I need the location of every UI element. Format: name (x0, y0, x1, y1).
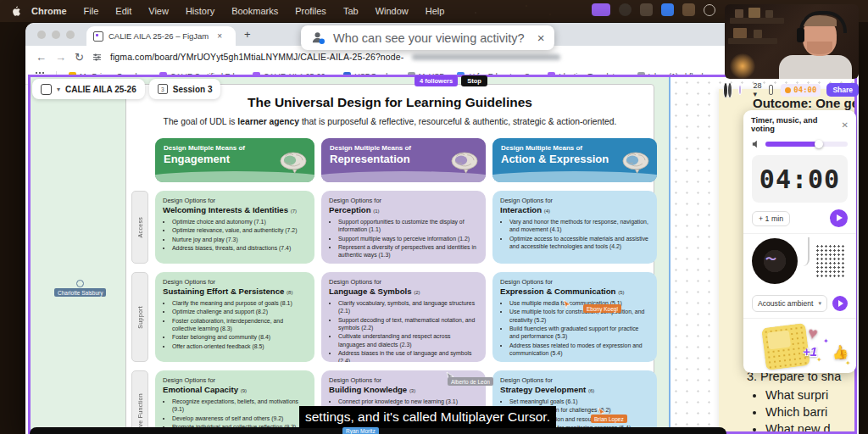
avatar[interactable] (727, 82, 732, 98)
close-notification-icon[interactable]: × (537, 31, 545, 45)
apple-menu-icon[interactable] (12, 6, 21, 17)
card-title: Expression & Communication (5) (500, 287, 649, 296)
card-bullet: Optimize access to accessible materials … (509, 235, 649, 251)
card-bullet: Address biases related to modes of expre… (509, 342, 649, 358)
menu-item[interactable]: Chrome (23, 6, 75, 16)
tonearm-icon (799, 237, 810, 266)
timer-play-button[interactable] (830, 209, 848, 227)
stop-following-button[interactable]: Stop (461, 75, 487, 86)
forward-icon[interactable]: → (55, 51, 66, 64)
menu-item[interactable]: Help (417, 6, 453, 16)
poster-row: SupportDesign Options forSustaining Effo… (126, 272, 654, 362)
url-text[interactable]: figma.com/board/YMrUOYyt5gh1MtiaLNYMMJ/C… (110, 52, 403, 62)
card-bullet: Use multiple media for communication (5.… (509, 299, 649, 307)
speaker-icon (752, 140, 760, 148)
site-settings-icon[interactable] (92, 53, 102, 62)
person-body (779, 55, 852, 79)
card-bullet: Foster collaboration, interdependence, a… (172, 317, 307, 333)
window-controls[interactable] (37, 31, 75, 39)
card-eyebrow: Design Options for (163, 197, 307, 204)
participant-count[interactable]: 28 ▾ (753, 81, 761, 98)
poster-row: AccessDesign Options forWelcoming Intere… (126, 191, 654, 264)
board-menu[interactable]: ▾ CALIE AILA 25-26 (32, 79, 145, 99)
status-icon[interactable] (704, 4, 715, 16)
music-select[interactable]: Acoustic ambient ▾ (752, 295, 827, 312)
back-icon[interactable]: ← (36, 51, 47, 64)
menu-item[interactable]: File (75, 6, 108, 16)
card-title: Perception (1) (329, 205, 478, 214)
menubar-status-icons (592, 3, 715, 16)
card-bullet: Connect prior knowledge to new learning … (338, 398, 478, 405)
poster-rows: AccessDesign Options forWelcoming Intere… (126, 191, 654, 434)
minimap-icon[interactable] (769, 85, 773, 95)
status-icon[interactable] (640, 3, 653, 16)
card-bullet: Develop awareness of self and others (9.… (172, 415, 307, 422)
sparkle-icon: ✦ (845, 359, 851, 367)
card-title: Language & Symbols (2) (329, 287, 478, 296)
plus-one-sticker-icon: +1 (803, 344, 817, 359)
webcam-video[interactable] (725, 4, 859, 79)
row-label-tab: Executive Function (131, 370, 148, 434)
sticky-bullet: Which barri (765, 405, 857, 419)
add-minute-button[interactable]: + 1 min (752, 211, 790, 226)
panel-title: Timer, music, and voting (751, 116, 842, 133)
cursor-brian: Brian Lopez (598, 405, 606, 420)
sticky-prepare-block: 3. Prepare to sha What surpriWhich barri… (747, 370, 857, 434)
udl-card-language-symbols: Design Options forLanguage & Symbols (2)… (321, 272, 486, 362)
cursor-name-tag: Alberto de León (448, 377, 493, 386)
card-title: Emotional Capacity (9) (163, 385, 307, 394)
menu-item[interactable]: Window (367, 6, 417, 16)
udl-card-welcoming-interests-identities: Design Options forWelcoming Interests & … (155, 191, 314, 264)
timer-music-voting-panel: Timer, music, and voting ✕ 04:00 + 1 min… (743, 110, 856, 373)
headphones-icon (799, 11, 847, 33)
card-bullet: Nurture joy and play (7.3) (172, 236, 307, 243)
status-icon[interactable] (661, 3, 674, 16)
menu-item[interactable]: History (177, 6, 223, 16)
udl-card-expression-communication: Design Options forExpression & Communica… (492, 272, 657, 362)
person-eye-icon (311, 31, 326, 45)
avatar[interactable] (738, 85, 742, 95)
card-bullet: Address biases in the use of language an… (338, 349, 478, 362)
cursor-name-tag: Ryan Moritz (342, 427, 379, 434)
reload-icon[interactable]: ↻ (75, 51, 84, 64)
menu-item[interactable]: Edit (107, 6, 140, 16)
music-play-button[interactable] (832, 296, 848, 311)
poster-subtitle: The goal of UDL is learner agency that i… (126, 117, 654, 126)
browser-tab[interactable]: CALIE AILA 25-26 – FigJam × (86, 26, 236, 46)
menu-item[interactable]: Profiles (287, 6, 335, 16)
card-bullet: Recognize expectations, beliefs, and mot… (172, 398, 307, 414)
udl-poster[interactable]: The Universal Design for Learning Guidel… (125, 84, 654, 434)
speaker-grille-icon (815, 244, 846, 278)
brain-icon (449, 151, 480, 177)
status-icon[interactable] (619, 3, 632, 16)
headphone-cup-icon (797, 28, 804, 42)
card-bullet: Foster belonging and community (8.4) (172, 333, 307, 341)
card-bullet: Represent a diversity of perspectives an… (338, 243, 478, 259)
status-icon[interactable] (682, 3, 695, 16)
menu-item[interactable]: View (140, 6, 177, 16)
cursor-ring-icon (76, 280, 84, 287)
timer-chip[interactable]: 04:00 (781, 84, 821, 97)
menu-item[interactable]: Tab (335, 6, 367, 16)
timer-time: 04:00 (760, 164, 840, 194)
screen-share-icon[interactable] (592, 3, 610, 16)
section-tab-session3[interactable]: 3 Session 3 (149, 79, 221, 99)
sticky-bullet: What new d (765, 422, 857, 434)
row-label: Access (137, 217, 143, 237)
volume-slider[interactable] (765, 142, 848, 147)
card-bullet: Optimize challenge and support (8.2) (172, 308, 307, 315)
card-bullet: Support multiple ways to perceive inform… (338, 235, 478, 242)
minimize-window-button[interactable] (52, 31, 60, 39)
card-eyebrow: Design Options for (329, 278, 478, 286)
voting-illustration: ♥ +1 👍 ✦ ✦ ✦ (752, 322, 848, 373)
share-button[interactable]: Share (826, 83, 859, 97)
menu-item[interactable]: Bookmarks (223, 6, 287, 16)
zoom-window-button[interactable] (66, 31, 75, 39)
figjam-canvas[interactable]: Outcome: One generat 3. Prepare to sha W… (28, 75, 857, 434)
screen: ChromeFileEditViewHistoryBookmarksProfil… (0, 0, 868, 434)
close-panel-icon[interactable]: ✕ (842, 120, 849, 130)
volume-row (743, 137, 856, 153)
new-tab-button[interactable]: + (244, 28, 251, 41)
close-window-button[interactable] (37, 31, 46, 39)
close-tab-icon[interactable]: × (217, 31, 222, 41)
